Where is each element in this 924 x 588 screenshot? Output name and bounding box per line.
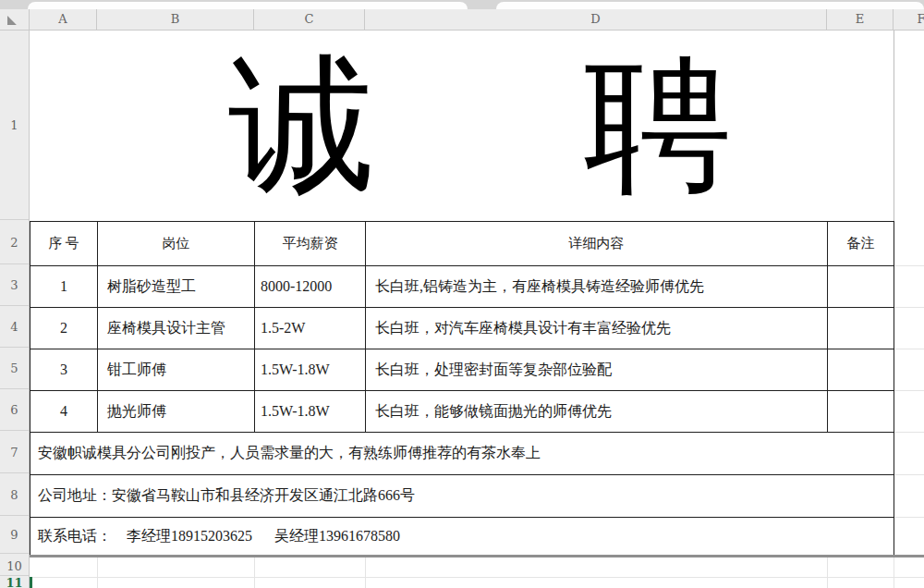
title-char-1: 诚 <box>228 52 376 200</box>
row-header-5[interactable]: 5 <box>0 349 29 389</box>
gridline <box>894 432 924 433</box>
gridline <box>894 390 924 391</box>
gridline <box>827 557 828 588</box>
active-cell-selection-border <box>30 577 32 588</box>
header-cell-detail[interactable]: 详细内容 <box>365 221 828 266</box>
row-header-3[interactable]: 3 <box>0 265 29 306</box>
cell-position[interactable]: 树脂砂造型工 <box>97 265 255 308</box>
cell-detail[interactable]: 长白班，能够做镜面抛光的师傅优先 <box>365 390 828 433</box>
title-char-2: 聘 <box>584 52 732 200</box>
cell-position[interactable]: 钳工师傅 <box>97 349 255 391</box>
cell-no[interactable]: 1 <box>30 265 98 308</box>
row-header-4[interactable]: 4 <box>0 307 29 348</box>
column-header-d[interactable]: D <box>365 9 827 30</box>
select-all-corner[interactable] <box>0 9 30 30</box>
gridline <box>894 265 924 266</box>
column-header-c[interactable]: C <box>254 9 365 30</box>
cell-detail[interactable]: 长白班,铝铸造为主，有座椅模具铸造经验师傅优先 <box>365 265 828 308</box>
row-header-9[interactable]: 9 <box>0 517 29 554</box>
cell-detail[interactable]: 长白班，对汽车座椅模具设计有丰富经验优先 <box>365 307 828 349</box>
cell-salary[interactable]: 1.5W-1.8W <box>254 390 366 433</box>
row-header-2[interactable]: 2 <box>0 221 29 264</box>
gridline <box>30 577 924 578</box>
header-cell-position[interactable]: 岗位 <box>97 221 255 266</box>
gridline <box>254 557 255 588</box>
cell-position[interactable]: 抛光师傅 <box>97 390 255 433</box>
cell-note[interactable] <box>827 390 894 433</box>
cell-salary[interactable]: 8000-12000 <box>254 265 366 308</box>
column-header-a[interactable]: A <box>30 9 97 30</box>
gridline <box>894 517 924 518</box>
select-all-triangle-icon <box>7 15 18 25</box>
header-cell-note[interactable]: 备注 <box>827 221 894 266</box>
column-header-f[interactable]: F <box>894 9 924 30</box>
gridline <box>894 474 924 475</box>
cell-position[interactable]: 座椅模具设计主管 <box>97 307 255 349</box>
column-header-e[interactable]: E <box>827 9 894 30</box>
row-header-gutter: 1 2 3 4 5 6 7 8 9 10 11 <box>0 31 30 588</box>
cell-no[interactable]: 2 <box>30 307 98 349</box>
cell-detail[interactable]: 长白班，处理密封面等复杂部位验配 <box>365 349 828 391</box>
row-header-10[interactable]: 10 <box>0 557 29 576</box>
gridline <box>894 307 924 308</box>
cell-salary[interactable]: 1.5W-1.8W <box>254 349 366 391</box>
cell-note[interactable] <box>827 307 894 349</box>
header-cell-no[interactable]: 序号 <box>30 221 98 266</box>
contact-phone-cell[interactable]: 联系电话： 李经理18915203625 吴经理13961678580 <box>30 517 894 556</box>
header-cell-salary[interactable]: 平均薪资 <box>254 221 366 266</box>
company-intro-cell[interactable]: 安徽帜诚模具分公司刚投产，人员需求量的大，有熟练师傅推荐的有茶水奉上 <box>30 432 894 475</box>
column-header-band: A B C D E F <box>0 9 924 31</box>
row-header-6[interactable]: 6 <box>0 390 29 431</box>
row-header-7[interactable]: 7 <box>0 432 29 473</box>
gridline <box>365 557 366 588</box>
company-address-cell[interactable]: 公司地址：安徽省马鞍山市和县经济开发区通江北路666号 <box>30 474 894 518</box>
page-break-line-horizontal <box>30 555 924 557</box>
gridline <box>894 349 924 349</box>
row-header-11[interactable]: 11 <box>0 577 29 588</box>
row-header-8[interactable]: 8 <box>0 474 29 516</box>
cell-no[interactable]: 3 <box>30 349 98 391</box>
title-cell[interactable]: 诚 聘 <box>30 31 894 221</box>
gridline <box>894 557 894 588</box>
row-header-1[interactable]: 1 <box>0 31 29 220</box>
tab-strip <box>0 0 924 9</box>
gridline <box>97 557 98 588</box>
spreadsheet-window: A B C D E F 1 2 3 4 5 6 7 8 9 10 11 诚 聘 <box>0 0 924 588</box>
cell-note[interactable] <box>827 265 894 308</box>
column-header-b[interactable]: B <box>97 9 254 30</box>
cell-no[interactable]: 4 <box>30 390 98 433</box>
cell-salary[interactable]: 1.5-2W <box>254 307 366 349</box>
cell-note[interactable] <box>827 349 894 391</box>
